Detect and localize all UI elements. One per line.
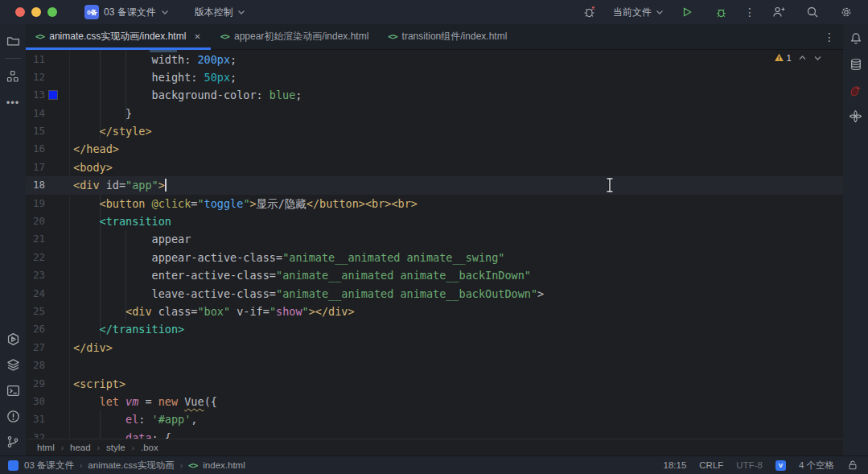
code-line-29[interactable]: 29<script> (26, 375, 843, 393)
html-file-icon: <> (388, 31, 397, 42)
gutter-annotation (45, 195, 73, 212)
code-line-31[interactable]: 31 el: '#app', (26, 410, 843, 428)
code-text: enter-active-class="animate__animated an… (73, 266, 531, 284)
prev-problem-chevron-up-icon[interactable] (798, 55, 807, 61)
settings-button[interactable] (836, 2, 857, 23)
code-text: <script> (73, 375, 125, 393)
layers-tool-button[interactable] (2, 354, 23, 375)
tab-transition[interactable]: <> transition组件/index.html (378, 24, 516, 49)
status-path-project[interactable]: 03 备课文件 (24, 460, 74, 472)
more-tool-windows-button[interactable]: ••• (2, 92, 23, 113)
terminal-icon (6, 384, 20, 398)
run-configuration-selector[interactable]: 当前文件 (613, 6, 664, 19)
tab-appear[interactable]: <> appear初始渲染动画/index.html (211, 24, 379, 49)
tab-animate-css[interactable]: <> animate.css实现动画/index.html ✕ (26, 24, 211, 49)
inspection-widget[interactable]: 1 (774, 52, 822, 63)
folder-icon (6, 34, 20, 47)
line-number: 17 (26, 159, 45, 176)
status-path-file[interactable]: index.html (203, 460, 245, 470)
indent-widget[interactable]: 4 个空格 (799, 460, 834, 472)
code-line-15[interactable]: 15 </style> (26, 122, 843, 140)
code-line-11[interactable]: 11 width: 200px; (26, 51, 843, 68)
code-line-12[interactable]: 12 height: 50px; (26, 68, 843, 86)
line-number: 24 (26, 285, 45, 303)
code-text: <button @click="toggle">显示/隐藏</button><b… (73, 195, 418, 212)
code-lines[interactable]: 11 width: 200px;12 height: 50px;13 backg… (26, 50, 843, 439)
encoding-widget[interactable]: UTF-8 (736, 460, 763, 470)
status-bar: 03 备课文件 › animate.css实现动画 › <> index.htm… (0, 455, 868, 474)
code-text: leave-active-class="animate__animated an… (73, 285, 544, 303)
project-tool-button[interactable] (2, 30, 23, 51)
breadcrumb: html › head › style › .box (26, 439, 843, 455)
structure-icon (6, 70, 19, 83)
line-number: 14 (26, 105, 45, 122)
warning-counter[interactable]: 1 (774, 52, 792, 63)
structure-tool-button[interactable] (2, 66, 23, 87)
code-line-22[interactable]: 22 appear-active-class="animate__animate… (26, 249, 843, 266)
chevron-right-icon: › (61, 443, 64, 452)
gutter-annotation (45, 212, 73, 230)
code-line-16[interactable]: 16</head> (26, 140, 843, 158)
code-line-23[interactable]: 23 enter-active-class="animate__animated… (26, 266, 843, 284)
code-editor[interactable]: 11 width: 200px;12 height: 50px;13 backg… (26, 50, 843, 439)
minimize-window-button[interactable] (31, 7, 41, 17)
run-button[interactable] (677, 2, 697, 23)
code-line-14[interactable]: 14 } (26, 105, 843, 122)
breadcrumb-style[interactable]: style (106, 443, 125, 452)
close-window-button[interactable] (15, 7, 25, 17)
code-text: <div class="box" v-if="show"></div> (73, 303, 355, 320)
terminal-tool-button[interactable] (2, 380, 23, 401)
code-line-18[interactable]: 18<div id="app"> (26, 176, 843, 194)
services-tool-button[interactable] (2, 328, 23, 349)
breadcrumb-box[interactable]: .box (141, 443, 158, 452)
code-line-30[interactable]: 30 let vm = new Vue({ (26, 393, 843, 410)
chevron-right-icon: › (132, 443, 134, 452)
breadcrumb-html[interactable]: html (37, 443, 55, 452)
vcs-menu[interactable]: 版本控制 (190, 3, 250, 22)
code-text: } (73, 105, 132, 122)
code-line-20[interactable]: 20 <transition (26, 212, 843, 230)
code-line-19[interactable]: 19 <button @click="toggle">显示/隐藏</button… (26, 195, 843, 212)
code-line-21[interactable]: 21 appear (26, 230, 843, 248)
status-path-folder[interactable]: animate.css实现动画 (88, 460, 174, 472)
line-number: 21 (26, 230, 45, 248)
more-actions-kebab-icon[interactable]: ⋮ (744, 6, 755, 18)
project-name: 03 备课文件 (104, 6, 156, 19)
code-line-13[interactable]: 13 background-color: blue; (26, 86, 843, 104)
lock-icon[interactable] (847, 460, 858, 471)
problems-tool-button[interactable] (2, 406, 23, 427)
code-line-27[interactable]: 27</div> (26, 339, 843, 357)
project-menu[interactable]: 0备 03 备课文件 (80, 2, 174, 22)
git-tool-button[interactable] (2, 431, 23, 452)
code-line-26[interactable]: 26 </transition> (26, 320, 843, 338)
code-line-17[interactable]: 17<body> (26, 159, 843, 176)
tab-label: transition组件/index.html (402, 30, 508, 43)
line-number: 23 (26, 266, 45, 284)
notifications-button[interactable] (845, 28, 866, 49)
profiler-icon[interactable] (579, 2, 600, 23)
html-file-icon: <> (220, 31, 229, 42)
code-line-32[interactable]: 32 data: { (26, 429, 843, 439)
next-problem-chevron-down-icon[interactable] (813, 55, 822, 61)
database-tool-button[interactable] (845, 54, 866, 75)
add-user-button[interactable] (768, 2, 789, 23)
breadcrumb-head[interactable]: head (70, 443, 91, 452)
debug-button[interactable] (710, 2, 731, 23)
code-line-28[interactable]: 28 (26, 357, 843, 374)
line-number: 22 (26, 249, 45, 266)
zoom-window-button[interactable] (47, 7, 57, 17)
warning-count: 1 (787, 53, 792, 63)
cursor-position-widget[interactable]: 18:15 (664, 460, 687, 470)
line-number: 32 (26, 429, 45, 439)
code-line-25[interactable]: 25 <div class="box" v-if="show"></div> (26, 303, 843, 320)
line-separator-widget[interactable]: CRLF (699, 460, 723, 470)
gutter-annotation (45, 410, 73, 428)
code-line-24[interactable]: 24 leave-active-class="animate__animated… (26, 285, 843, 303)
tab-options-kebab-icon[interactable]: ⋮ (816, 24, 843, 49)
color-preview-swatch[interactable] (48, 90, 58, 100)
close-icon[interactable]: ✕ (194, 32, 200, 41)
plugin-tool-button[interactable] (845, 80, 866, 101)
pinwheel-tool-button[interactable] (845, 105, 866, 126)
vue-plugin-icon[interactable]: V (775, 460, 786, 471)
search-everywhere-button[interactable] (802, 2, 823, 23)
